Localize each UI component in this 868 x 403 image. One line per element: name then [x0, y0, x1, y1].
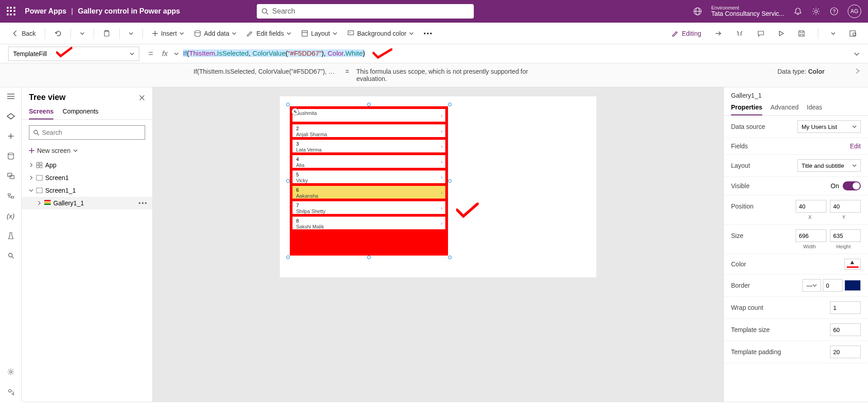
tab-properties[interactable]: Properties: [731, 104, 762, 115]
tree-search-input[interactable]: [42, 129, 141, 136]
paste-button[interactable]: [100, 28, 113, 39]
ask-rail-icon[interactable]: [6, 387, 15, 396]
add-data-button[interactable]: Add data: [191, 28, 239, 39]
preview-icon[interactable]: [775, 28, 787, 38]
svg-point-0: [262, 9, 267, 13]
screen-canvas[interactable]: Sushmita›2Anjali Sharma›3Lata Verma›4Ali…: [280, 96, 596, 277]
app-name: Power Apps: [25, 7, 66, 15]
wrap-input[interactable]: [830, 301, 861, 314]
waffle-icon[interactable]: [7, 7, 16, 16]
save-icon[interactable]: [795, 28, 808, 39]
hamburger-icon[interactable]: [6, 92, 15, 101]
comments-icon[interactable]: [755, 28, 767, 39]
new-screen-button[interactable]: New screen: [22, 145, 152, 159]
flows-rail-icon[interactable]: [6, 191, 15, 200]
visible-toggle[interactable]: [843, 181, 861, 190]
more-icon[interactable]: •••: [138, 199, 148, 207]
svg-point-24: [34, 130, 38, 134]
color-swatch[interactable]: [844, 259, 861, 270]
gallery-row[interactable]: 7Shilpa Shetty›: [292, 201, 445, 217]
publish-icon[interactable]: [846, 28, 859, 39]
svg-text:?: ?: [833, 9, 835, 14]
next-icon[interactable]: [847, 63, 868, 87]
tree-item-screen1-1[interactable]: Screen1_1: [22, 184, 152, 197]
fx-chevron-icon[interactable]: [174, 52, 179, 56]
env-label: Environment: [711, 5, 784, 10]
layout-button[interactable]: Layout: [298, 28, 340, 39]
notifications-icon[interactable]: [793, 7, 802, 16]
overflow-button[interactable]: •••: [421, 28, 436, 39]
gallery-control[interactable]: Sushmita›2Anjali Sharma›3Lata Verma›4Ali…: [290, 106, 448, 256]
pos-x-input[interactable]: [796, 200, 826, 213]
svg-rect-28: [37, 166, 39, 168]
edit-fields-link[interactable]: Edit: [850, 142, 861, 150]
pos-y-input[interactable]: [830, 200, 861, 213]
paste-menu[interactable]: [126, 29, 136, 38]
insert-button[interactable]: Insert: [149, 28, 187, 39]
gallery-row[interactable]: 8Sakshi Malik›: [292, 217, 445, 232]
svg-point-5: [815, 10, 817, 13]
tree-item-screen1[interactable]: Screen1: [22, 171, 152, 184]
user-avatar[interactable]: AG: [848, 5, 861, 18]
annotation-check-icon: [56, 46, 72, 58]
position-label: Position: [731, 203, 754, 210]
expand-formula-icon[interactable]: [854, 51, 860, 57]
tab-components[interactable]: Components: [62, 108, 98, 119]
wrap-label: Wrap count: [731, 304, 763, 311]
variables-rail-icon[interactable]: (x): [6, 211, 15, 220]
help-icon[interactable]: ?: [830, 7, 839, 16]
tree-view-icon[interactable]: [6, 112, 15, 121]
gallery-row[interactable]: 2Anjali Sharma›: [292, 124, 445, 140]
datasource-select[interactable]: My Users List: [797, 120, 861, 133]
data-rail-icon[interactable]: [6, 152, 15, 161]
svg-line-1: [266, 13, 268, 14]
gallery-row[interactable]: 4Alia›: [292, 155, 445, 171]
back-button[interactable]: Back: [9, 28, 38, 39]
tools-rail-icon[interactable]: [6, 231, 15, 240]
tsize-input[interactable]: [830, 323, 861, 336]
gallery-row[interactable]: 6Aakansha›: [292, 186, 445, 201]
checker-icon[interactable]: [733, 28, 746, 39]
insert-rail-icon[interactable]: [6, 132, 15, 141]
formula-help-msg: This formula uses scope, which is not pr…: [351, 63, 541, 87]
svg-line-21: [12, 256, 14, 258]
search-rail-icon[interactable]: [6, 251, 15, 260]
layout-label: Layout: [731, 162, 750, 169]
settings-rail-icon[interactable]: [6, 367, 15, 376]
environment-picker[interactable]: Environment Tata Consultancy Servic...: [711, 5, 784, 17]
global-search[interactable]: Search: [257, 4, 474, 19]
media-rail-icon[interactable]: [6, 171, 15, 180]
tpad-input[interactable]: [830, 346, 861, 358]
undo-menu[interactable]: [77, 29, 87, 38]
tpad-label: Template padding: [731, 348, 781, 356]
settings-icon[interactable]: [811, 7, 821, 16]
svg-point-10: [195, 30, 200, 33]
width-input[interactable]: [796, 229, 826, 242]
close-icon[interactable]: [139, 95, 145, 101]
share-icon[interactable]: [712, 28, 725, 39]
save-menu[interactable]: [828, 29, 838, 38]
tree-item-app[interactable]: App: [22, 159, 152, 171]
border-width-input[interactable]: [823, 279, 843, 292]
formula-input[interactable]: If(ThisItem.IsSelected, ColorValue("#F5D…: [183, 48, 849, 59]
undo-button[interactable]: [52, 28, 64, 39]
editing-mode[interactable]: Editing: [669, 28, 704, 39]
height-input[interactable]: [830, 229, 861, 242]
tab-advanced[interactable]: Advanced: [770, 104, 798, 115]
tab-screens[interactable]: Screens: [29, 108, 53, 119]
edit-template-icon[interactable]: ✎: [292, 108, 299, 115]
tab-ideas[interactable]: Ideas: [807, 104, 822, 115]
layout-select[interactable]: Title and subtitle: [797, 159, 861, 172]
gallery-row[interactable]: 3Lata Verma›: [292, 140, 445, 155]
border-style-select[interactable]: —: [802, 279, 821, 292]
tree-item-gallery[interactable]: Gallery1_1•••: [22, 197, 152, 209]
tree-search[interactable]: [29, 125, 145, 140]
gallery-row[interactable]: 5Vicky›: [292, 171, 445, 186]
bg-color-button[interactable]: Background color: [344, 28, 416, 39]
property-selector[interactable]: TemplateFill: [8, 47, 139, 61]
gallery-row[interactable]: Sushmita›: [292, 109, 445, 124]
svg-rect-27: [40, 162, 42, 165]
chevron-down-icon: [130, 52, 134, 56]
edit-fields-button[interactable]: Edit fields: [244, 28, 294, 39]
border-color-swatch[interactable]: [844, 280, 861, 291]
